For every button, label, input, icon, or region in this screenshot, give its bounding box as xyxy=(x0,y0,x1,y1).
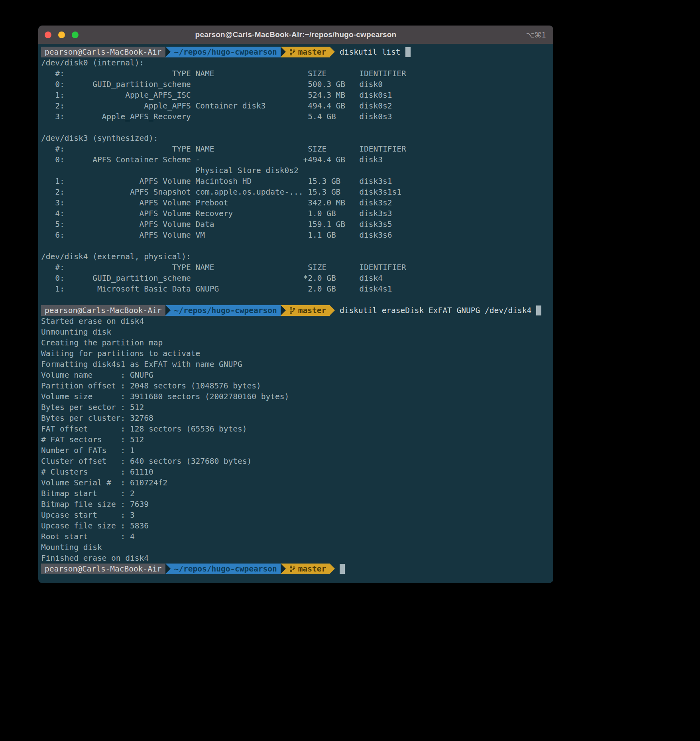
git-branch-name: master xyxy=(298,47,326,57)
git-branch-icon xyxy=(289,307,295,314)
powerline-separator-icon xyxy=(281,564,286,574)
output-line: 0: GUID_partition_scheme 500.3 GB disk0 xyxy=(41,79,551,90)
output-line: /dev/disk3 (synthesized): xyxy=(41,133,551,144)
output-line: Partition offset : 2048 sectors (1048576… xyxy=(41,380,551,391)
output-line: #: TYPE NAME SIZE IDENTIFIER xyxy=(41,144,551,154)
prompt-path-segment: ~/repos/hugo-cwpearson xyxy=(171,47,281,57)
output-line: Cluster offset : 640 sectors (327680 byt… xyxy=(41,456,551,467)
prompt-path-segment: ~/repos/hugo-cwpearson xyxy=(171,305,281,316)
git-branch-icon xyxy=(289,565,295,573)
output-line: Creating the partition map xyxy=(41,337,551,348)
prompt-path-segment: ~/repos/hugo-cwpearson xyxy=(171,564,281,574)
close-button[interactable] xyxy=(45,32,51,38)
output-line: /dev/disk4 (external, physical): xyxy=(41,251,551,262)
git-branch-name: master xyxy=(298,564,326,574)
output-line: Volume Serial # : 610724f2 xyxy=(41,477,551,488)
prompt-user-segment: pearson@Carls-MacBook-Air xyxy=(41,305,165,316)
output-line xyxy=(41,122,551,133)
output-line: #: TYPE NAME SIZE IDENTIFIER xyxy=(41,68,551,79)
prompt-branch-segment: master xyxy=(286,305,330,316)
output-line: Bytes per sector : 512 xyxy=(41,402,551,413)
output-line: Root start : 4 xyxy=(41,531,551,542)
output-line: Bitmap start : 2 xyxy=(41,488,551,499)
output-line: 1: Apple_APFS_ISC 524.3 MB disk0s1 xyxy=(41,90,551,101)
traffic-lights xyxy=(45,26,79,44)
output-line: Waiting for partitions to activate xyxy=(41,348,551,359)
output-line: 3: Apple_APFS_Recovery 5.4 GB disk0s3 xyxy=(41,111,551,122)
output-line: Finished erase on disk4 xyxy=(41,553,551,564)
output-line: 6: APFS Volume VM 1.1 GB disk3s6 xyxy=(41,230,551,240)
window-title: pearson@Carls-MacBook-Air:~/repos/hugo-c… xyxy=(195,30,397,39)
powerline-separator-icon xyxy=(281,47,286,57)
output-line: #: TYPE NAME SIZE IDENTIFIER xyxy=(41,262,551,273)
output-line: 0: GUID_partition_scheme *2.0 GB disk4 xyxy=(41,273,551,284)
output-line: FAT offset : 128 sectors (65536 bytes) xyxy=(41,424,551,434)
window-titlebar[interactable]: pearson@Carls-MacBook-Air:~/repos/hugo-c… xyxy=(38,26,553,44)
prompt-line: pearson@Carls-MacBook-Air ~/repos/hugo-c… xyxy=(41,564,551,574)
output-line: Volume size : 3911680 sectors (200278016… xyxy=(41,391,551,402)
terminal-cursor xyxy=(405,47,411,57)
output-line xyxy=(41,240,551,251)
powerline-separator-icon xyxy=(165,564,171,574)
command-text: diskutil list xyxy=(335,47,400,57)
output-line: Upcase file size : 5836 xyxy=(41,520,551,531)
output-line: Volume name : GNUPG xyxy=(41,370,551,380)
terminal-body[interactable]: pearson@Carls-MacBook-Air ~/repos/hugo-c… xyxy=(38,44,553,574)
git-branch-icon xyxy=(289,48,295,56)
powerline-separator-icon xyxy=(165,305,171,316)
output-line: Physical Store disk0s2 xyxy=(41,165,551,176)
output-line: Bytes per cluster: 32768 xyxy=(41,413,551,424)
git-branch-name: master xyxy=(298,305,326,316)
output-line: Number of FATs : 1 xyxy=(41,445,551,456)
output-line xyxy=(41,294,551,305)
output-line: 1: Microsoft Basic Data GNUPG 2.0 GB dis… xyxy=(41,284,551,294)
prompt-user-segment: pearson@Carls-MacBook-Air xyxy=(41,564,165,574)
command-text: diskutil eraseDisk ExFAT GNUPG /dev/disk… xyxy=(335,305,531,316)
window-shortcut-badge: ⌥⌘1 xyxy=(526,26,546,44)
powerline-separator-icon xyxy=(330,305,335,316)
prompt-line: pearson@Carls-MacBook-Air ~/repos/hugo-c… xyxy=(41,305,551,316)
output-line: Bitmap file size : 7639 xyxy=(41,499,551,510)
prompt-branch-segment: master xyxy=(286,564,330,574)
output-line: Formatting disk4s1 as ExFAT with name GN… xyxy=(41,359,551,370)
powerline-separator-icon xyxy=(330,47,335,57)
prompt-branch-segment: master xyxy=(286,47,330,57)
output-line: Started erase on disk4 xyxy=(41,316,551,327)
powerline-separator-icon xyxy=(165,47,171,57)
output-line: 1: APFS Volume Macintosh HD 15.3 GB disk… xyxy=(41,176,551,187)
output-line: Unmounting disk xyxy=(41,327,551,337)
prompt-user-segment: pearson@Carls-MacBook-Air xyxy=(41,47,165,57)
output-line: # Clusters : 61110 xyxy=(41,467,551,477)
prompt-line: pearson@Carls-MacBook-Air ~/repos/hugo-c… xyxy=(41,47,551,57)
output-line: 5: APFS Volume Data 159.1 GB disk3s5 xyxy=(41,219,551,230)
output-line: 2: Apple_APFS Container disk3 494.4 GB d… xyxy=(41,101,551,111)
output-line: Upcase start : 3 xyxy=(41,510,551,520)
terminal-window: pearson@Carls-MacBook-Air:~/repos/hugo-c… xyxy=(38,26,553,583)
output-line: 3: APFS Volume Preboot 342.0 MB disk3s2 xyxy=(41,197,551,208)
minimize-button[interactable] xyxy=(58,32,65,38)
output-line: 4: APFS Volume Recovery 1.0 GB disk3s3 xyxy=(41,208,551,219)
output-line: 2: APFS Snapshot com.apple.os.update-...… xyxy=(41,187,551,197)
output-line: Mounting disk xyxy=(41,542,551,553)
output-line: # FAT sectors : 512 xyxy=(41,434,551,445)
output-line: /dev/disk0 (internal): xyxy=(41,57,551,68)
powerline-separator-icon xyxy=(281,305,286,316)
terminal-cursor xyxy=(536,305,541,315)
terminal-cursor xyxy=(340,564,345,574)
zoom-button[interactable] xyxy=(72,32,79,38)
powerline-separator-icon xyxy=(330,564,335,574)
output-line: 0: APFS Container Scheme - +494.4 GB dis… xyxy=(41,154,551,165)
